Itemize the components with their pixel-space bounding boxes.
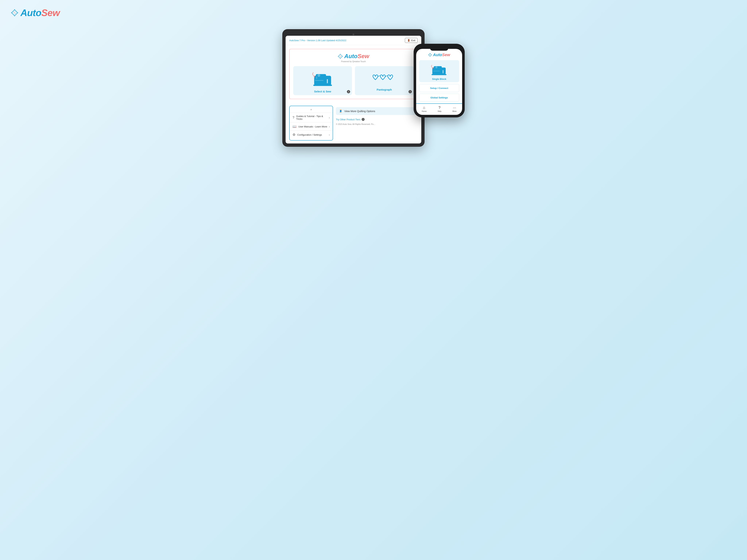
help-icon: ?	[438, 106, 440, 110]
manuals-chevron-right: ›	[329, 125, 330, 128]
svg-rect-27	[313, 85, 332, 86]
svg-point-32	[430, 56, 430, 57]
view-more-text: View More Quilting Options	[344, 110, 375, 113]
tablet-top-bar	[286, 32, 421, 36]
global-settings-text: Global Settings	[430, 96, 448, 99]
settings-icon: ⚙	[292, 133, 295, 137]
guides-text: Guides & Tutorial - Tips & Tricks	[296, 115, 329, 120]
exit-icon: 🚪	[407, 39, 410, 42]
svg-point-13	[342, 56, 343, 56]
exit-label: Exit	[411, 39, 415, 42]
try-other-info[interactable]: i	[362, 118, 365, 121]
home-icon: ⌂	[423, 106, 425, 110]
guides-tutorial-item[interactable]: ? Guides & Tutorial - Tips & Tricks ›	[290, 113, 333, 122]
svg-rect-39	[434, 66, 442, 70]
svg-rect-21	[316, 74, 326, 79]
guides-icon: ?	[292, 116, 294, 119]
powered-by: Powered by Qreative Touch	[341, 60, 366, 62]
phone-screen: AutoSew	[416, 49, 462, 115]
tablet-screen: AutoSew 7 Pro - Version 1.09 Last Update…	[286, 36, 421, 143]
phone-notch	[430, 46, 448, 51]
pantograph-hearts-icon	[372, 71, 396, 86]
config-chevron-right: ›	[329, 133, 330, 136]
app-diamond-icon	[338, 54, 343, 59]
svg-rect-43	[433, 71, 440, 71]
svg-point-42	[435, 66, 438, 69]
phone-logo: AutoSew	[419, 53, 459, 57]
svg-rect-23	[327, 83, 328, 84]
single-block-card[interactable]: Single Block	[419, 60, 459, 82]
app-logo-row: AutoSew	[338, 53, 369, 60]
top-logo: AutoSew	[11, 7, 60, 18]
svg-point-30	[430, 53, 430, 53]
svg-point-14	[340, 58, 340, 59]
phone-inner: AutoSew	[416, 49, 462, 102]
select-sew-card[interactable]: Select & Sew i	[293, 66, 352, 95]
guides-chevron-right: ›	[329, 116, 330, 119]
exit-button[interactable]: 🚪 Exit	[405, 38, 418, 43]
select-sew-info-badge[interactable]: i	[347, 90, 350, 93]
svg-marker-0	[11, 10, 18, 16]
left-menu: ^ ? Guides & Tutorial - Tips & Tricks › …	[289, 106, 333, 140]
svg-rect-40	[443, 70, 443, 74]
setup-connect-text: Setup / Connect	[430, 87, 448, 89]
phone-nav-more[interactable]: ··· More	[453, 106, 457, 112]
main-options: Select & Sew i	[293, 66, 414, 95]
configuration-text: Configuration / Settings	[297, 133, 322, 136]
svg-point-12	[340, 54, 340, 54]
svg-rect-25	[315, 80, 323, 81]
phone-nav-help[interactable]: ? Help	[438, 106, 441, 112]
app-logo-center: AutoSew Powered by Qreative Touch	[293, 53, 414, 62]
tablet-camera	[353, 33, 354, 35]
phone-logo-text: AutoSew	[433, 53, 450, 57]
version-text: AutoSew 7 Pro - Version 1.09 Last Update…	[289, 39, 346, 42]
try-other-tiers[interactable]: Try Other Product Tiers i	[336, 117, 418, 122]
svg-point-33	[428, 55, 429, 55]
global-settings-item[interactable]: Global Settings	[419, 94, 459, 102]
manual-icon: 📖	[292, 125, 297, 129]
svg-point-4	[14, 16, 15, 16]
svg-point-2	[14, 9, 15, 10]
home-label: Home	[422, 110, 427, 112]
logo-diamond-icon	[11, 9, 18, 17]
sewing-machine-icon	[311, 71, 334, 88]
svg-point-5	[11, 12, 12, 13]
phone-nav-home[interactable]: ⌂ Home	[422, 106, 427, 112]
svg-point-24	[317, 74, 320, 77]
copyright-text: © 2023 Auto Sew. All Rights Reserved. Po…	[336, 123, 418, 125]
top-logo-text: AutoSew	[20, 7, 60, 18]
pantograph-info-badge[interactable]: i	[409, 90, 412, 93]
tablet-device: AutoSew 7 Pro - Version 1.09 Last Update…	[282, 29, 424, 147]
devices-container: AutoSew 7 Pro - Version 1.09 Last Update…	[11, 29, 736, 147]
try-other-text: Try Other Product Tiers	[336, 118, 361, 121]
tablet-bottom: ^ ? Guides & Tutorial - Tips & Tricks › …	[286, 106, 421, 143]
svg-point-31	[432, 55, 432, 55]
view-more-button[interactable]: 🧵 View More Quilting Options ›	[336, 107, 418, 115]
select-sew-label: Select & Sew	[314, 90, 331, 93]
tablet-header: AutoSew 7 Pro - Version 1.09 Last Update…	[286, 36, 421, 45]
single-block-label: Single Block	[432, 78, 446, 80]
user-manuals-item[interactable]: 📖 User Manuals - Learn More ›	[290, 122, 333, 131]
phone-bottom-nav: ⌂ Home ? Help ··· More	[416, 103, 462, 115]
phone-diamond-icon	[428, 53, 432, 57]
help-label: Help	[438, 110, 441, 112]
pantograph-card[interactable]: Pantograph i	[355, 66, 414, 95]
svg-point-3	[17, 12, 18, 13]
svg-rect-44	[432, 74, 446, 75]
inner-border-area: AutoSew Powered by Qreative Touch	[289, 49, 418, 99]
more-label: More	[453, 110, 457, 112]
user-manuals-text: User Manuals - Learn More	[299, 125, 327, 128]
svg-point-15	[338, 56, 338, 56]
view-more-icon: 🧵	[339, 109, 342, 113]
phone-device: AutoSew	[414, 44, 465, 117]
setup-connect-item[interactable]: Setup / Connect	[419, 84, 459, 92]
configuration-item[interactable]: ⚙ Configuration / Settings ›	[290, 131, 333, 139]
tablet-main-content: AutoSew Powered by Qreative Touch	[286, 45, 421, 106]
app-logo-text: AutoSew	[344, 53, 369, 60]
pantograph-label: Pantograph	[377, 88, 392, 91]
menu-collapse-chevron[interactable]: ^	[290, 108, 333, 113]
svg-rect-41	[443, 73, 443, 74]
phone-sewing-machine-icon	[430, 63, 448, 76]
more-icon: ···	[453, 106, 456, 110]
svg-rect-22	[327, 79, 328, 83]
